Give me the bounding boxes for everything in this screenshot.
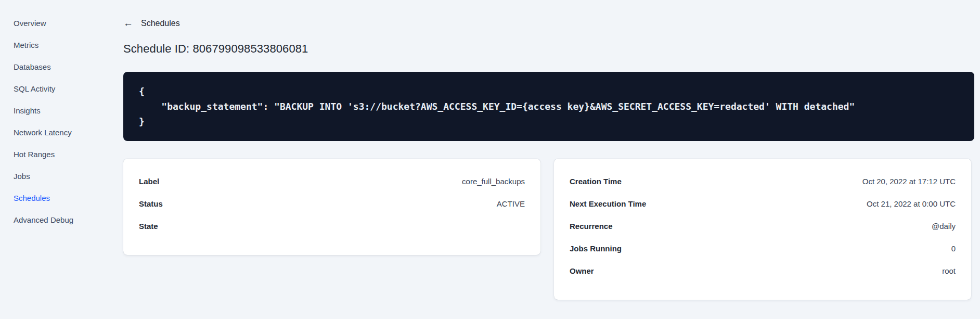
row-value: ACTIVE	[497, 199, 525, 208]
row-value: Oct 21, 2022 at 0:00 UTC	[867, 199, 956, 208]
row-label: Creation Time	[570, 177, 622, 186]
code-line: {	[139, 86, 145, 97]
detail-row-creation-time: Creation Time Oct 20, 2022 at 17:12 UTC	[570, 170, 956, 193]
sidebar-item-overview[interactable]: Overview	[0, 12, 102, 34]
row-label: Recurrence	[570, 222, 613, 231]
schedule-detail-cards: Label core_full_backups Status ACTIVE St…	[123, 159, 971, 300]
sidebar-item-network-latency[interactable]: Network Latency	[0, 122, 102, 144]
back-arrow-icon: ←	[123, 19, 133, 28]
detail-row-label: Label core_full_backups	[139, 170, 525, 193]
row-label: Label	[139, 177, 159, 186]
code-line: "backup_statement": "BACKUP INTO 's3://b…	[139, 101, 855, 112]
row-label: Owner	[570, 266, 594, 275]
row-label: Status	[139, 199, 163, 208]
detail-row-recurrence: Recurrence @daily	[570, 215, 956, 237]
detail-row-status: Status ACTIVE	[139, 193, 525, 215]
backup-statement-code-block: { "backup_statement": "BACKUP INTO 's3:/…	[123, 72, 974, 141]
sidebar-item-insights[interactable]: Insights	[0, 100, 102, 122]
row-label: Jobs Running	[570, 244, 622, 253]
schedule-detail-page: ← Schedules Schedule ID: 806799098533806…	[123, 0, 974, 300]
sidebar-item-sql-activity[interactable]: SQL Activity	[0, 78, 102, 100]
sidebar-item-schedules[interactable]: Schedules	[0, 187, 102, 209]
row-label: Next Execution Time	[570, 199, 646, 208]
sidebar-item-advanced-debug[interactable]: Advanced Debug	[0, 209, 102, 231]
row-value: core_full_backups	[462, 177, 525, 186]
sidebar-item-databases[interactable]: Databases	[0, 56, 102, 78]
sidebar-item-metrics[interactable]: Metrics	[0, 34, 102, 56]
row-value: root	[942, 266, 956, 275]
back-to-schedules-link[interactable]: ← Schedules	[123, 19, 180, 28]
detail-row-jobs-running: Jobs Running 0	[570, 237, 956, 260]
schedule-timing-card: Creation Time Oct 20, 2022 at 17:12 UTC …	[554, 159, 971, 300]
page-title: Schedule ID: 806799098533806081	[123, 42, 974, 56]
detail-row-state: State	[139, 215, 525, 237]
row-value: 0	[951, 244, 956, 253]
sidebar-item-jobs[interactable]: Jobs	[0, 165, 102, 187]
detail-row-next-execution-time: Next Execution Time Oct 21, 2022 at 0:00…	[570, 193, 956, 215]
code-line: }	[139, 116, 145, 127]
row-value: @daily	[932, 222, 956, 231]
row-label: State	[139, 222, 158, 231]
sidebar-item-hot-ranges[interactable]: Hot Ranges	[0, 144, 102, 165]
schedule-status-card: Label core_full_backups Status ACTIVE St…	[123, 159, 540, 255]
row-value: Oct 20, 2022 at 17:12 UTC	[862, 177, 956, 186]
detail-row-owner: Owner root	[570, 260, 956, 282]
sidebar-nav: Overview Metrics Databases SQL Activity …	[0, 0, 102, 319]
back-link-label: Schedules	[141, 19, 180, 28]
